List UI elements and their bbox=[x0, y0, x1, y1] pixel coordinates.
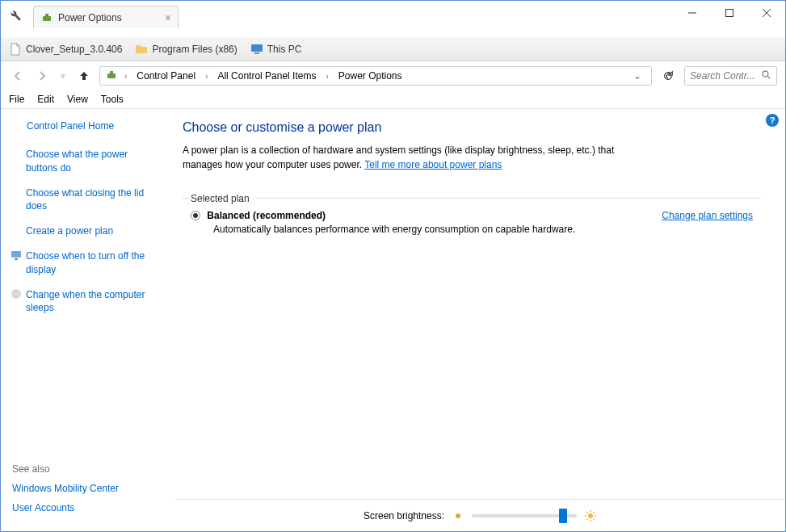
close-window-button[interactable] bbox=[748, 1, 785, 25]
bookmark-bar: Clover_Setup_3.0.406 Program Files (x86)… bbox=[1, 37, 785, 61]
address-breadcrumb[interactable]: › Control Panel › All Control Panel Item… bbox=[99, 66, 652, 86]
monitor-icon bbox=[250, 43, 263, 56]
power-plan-row: Balanced (recommended) Automatically bal… bbox=[191, 210, 753, 235]
brightness-slider[interactable] bbox=[472, 514, 577, 517]
sidebar-link-turn-off-display[interactable]: Choose when to turn off the display bbox=[11, 249, 162, 277]
titlebar: Power Options × bbox=[1, 1, 785, 37]
sun-dim-icon bbox=[452, 510, 464, 522]
sidebar-link-label: Create a power plan bbox=[26, 224, 162, 238]
tab-title: Power Options bbox=[58, 12, 122, 23]
nav-separator: ▾ bbox=[61, 70, 65, 82]
menu-view[interactable]: View bbox=[67, 94, 88, 105]
sidebar-link-power-buttons[interactable]: Choose what the power buttons do bbox=[11, 148, 162, 175]
back-button[interactable] bbox=[9, 67, 27, 85]
page-description: A power plan is a collection of hardware… bbox=[183, 143, 635, 172]
sidebar-link-label: Choose when to turn off the display bbox=[26, 249, 162, 277]
svg-line-11 bbox=[768, 76, 771, 78]
sidebar: Control Panel Home Choose what the power… bbox=[1, 109, 174, 531]
svg-rect-13 bbox=[15, 258, 18, 260]
sidebar-link-create-plan[interactable]: Create a power plan bbox=[11, 224, 162, 238]
sidebar-link-label: Change when the computer sleeps bbox=[26, 288, 162, 316]
page-heading: Choose or customise a power plan bbox=[183, 120, 761, 135]
sidebar-link-label: Choose what closing the lid does bbox=[26, 186, 162, 214]
navigation-row: ▾ › Control Panel › All Control Panel It… bbox=[1, 61, 785, 90]
svg-rect-8 bbox=[107, 73, 116, 78]
content-area: ? Control Panel Home Choose what the pow… bbox=[1, 109, 785, 531]
svg-point-15 bbox=[456, 513, 460, 518]
svg-point-14 bbox=[11, 289, 21, 299]
breadcrumb-segment[interactable]: Power Options bbox=[335, 69, 406, 83]
svg-rect-3 bbox=[726, 10, 733, 17]
bookmark-item[interactable]: Clover_Setup_3.0.406 bbox=[9, 43, 122, 56]
bookmark-label: Program Files (x86) bbox=[152, 44, 237, 55]
menu-tools[interactable]: Tools bbox=[101, 94, 124, 105]
chevron-right-icon[interactable]: › bbox=[120, 72, 132, 81]
svg-point-16 bbox=[588, 513, 593, 518]
svg-line-24 bbox=[594, 512, 595, 513]
search-input[interactable] bbox=[690, 70, 759, 82]
up-button[interactable] bbox=[75, 67, 93, 85]
selected-plan-label: Selected plan bbox=[191, 193, 256, 204]
change-plan-settings-link[interactable]: Change plan settings bbox=[662, 210, 753, 221]
display-icon bbox=[11, 249, 22, 261]
plan-description: Automatically balances performance with … bbox=[213, 224, 575, 235]
fieldset-divider bbox=[183, 198, 761, 199]
sidebar-link-closing-lid[interactable]: Choose what closing the lid does bbox=[11, 186, 162, 214]
bookmark-item[interactable]: This PC bbox=[250, 43, 302, 56]
menu-bar: File Edit View Tools bbox=[1, 90, 785, 109]
menu-edit[interactable]: Edit bbox=[37, 94, 54, 105]
svg-rect-1 bbox=[45, 14, 48, 16]
file-icon bbox=[9, 43, 22, 56]
search-icon bbox=[762, 70, 771, 82]
main-panel: Choose or customise a power plan A power… bbox=[174, 109, 785, 531]
power-options-icon bbox=[40, 11, 53, 24]
search-box[interactable] bbox=[684, 66, 777, 86]
brightness-slider-thumb[interactable] bbox=[559, 509, 567, 523]
svg-rect-0 bbox=[43, 16, 51, 21]
radio-selected-icon[interactable] bbox=[191, 211, 200, 220]
bookmark-label: This PC bbox=[267, 44, 302, 55]
see-also-mobility-center[interactable]: Windows Mobility Center bbox=[11, 483, 162, 494]
window-controls bbox=[674, 1, 785, 25]
minimize-button[interactable] bbox=[674, 1, 711, 25]
bookmark-label: Clover_Setup_3.0.406 bbox=[26, 44, 122, 55]
control-panel-icon bbox=[105, 69, 118, 84]
svg-rect-12 bbox=[11, 251, 21, 258]
svg-line-22 bbox=[594, 518, 595, 520]
control-panel-home-link[interactable]: Control Panel Home bbox=[11, 120, 162, 132]
svg-point-10 bbox=[763, 71, 768, 77]
svg-rect-9 bbox=[110, 71, 113, 73]
brightness-footer: Screen brightness: bbox=[174, 499, 785, 531]
sun-bright-icon bbox=[585, 510, 596, 522]
sidebar-link-label: Choose what the power buttons do bbox=[26, 148, 162, 175]
clover-wrench-icon bbox=[7, 7, 22, 22]
chevron-right-icon[interactable]: › bbox=[321, 72, 333, 81]
breadcrumb-segment[interactable]: Control Panel bbox=[133, 69, 199, 83]
sidebar-link-computer-sleeps[interactable]: Change when the computer sleeps bbox=[11, 288, 162, 316]
svg-rect-7 bbox=[254, 52, 259, 54]
bookmark-item[interactable]: Program Files (x86) bbox=[135, 43, 237, 56]
plan-name: Balanced (recommended) bbox=[207, 210, 326, 221]
power-plan-option[interactable]: Balanced (recommended) Automatically bal… bbox=[191, 210, 575, 235]
svg-line-21 bbox=[586, 512, 588, 513]
maximize-button[interactable] bbox=[711, 1, 748, 25]
folder-icon bbox=[135, 43, 148, 56]
breadcrumb-dropdown[interactable]: ⌄ bbox=[633, 70, 646, 82]
chevron-right-icon[interactable]: › bbox=[200, 72, 212, 81]
browser-tab[interactable]: Power Options × bbox=[33, 6, 179, 28]
breadcrumb-segment[interactable]: All Control Panel Items bbox=[214, 69, 319, 83]
brightness-label: Screen brightness: bbox=[364, 510, 444, 522]
see-also-user-accounts[interactable]: User Accounts bbox=[11, 502, 162, 513]
see-also-header: See also bbox=[11, 463, 162, 475]
svg-line-23 bbox=[586, 518, 588, 520]
close-tab-button[interactable]: × bbox=[165, 12, 171, 23]
menu-file[interactable]: File bbox=[9, 94, 24, 105]
tell-me-more-link[interactable]: Tell me more about power plans bbox=[364, 159, 502, 170]
refresh-button[interactable] bbox=[658, 66, 678, 86]
forward-button[interactable] bbox=[33, 67, 51, 85]
svg-rect-6 bbox=[251, 44, 263, 52]
moon-icon bbox=[11, 288, 22, 300]
